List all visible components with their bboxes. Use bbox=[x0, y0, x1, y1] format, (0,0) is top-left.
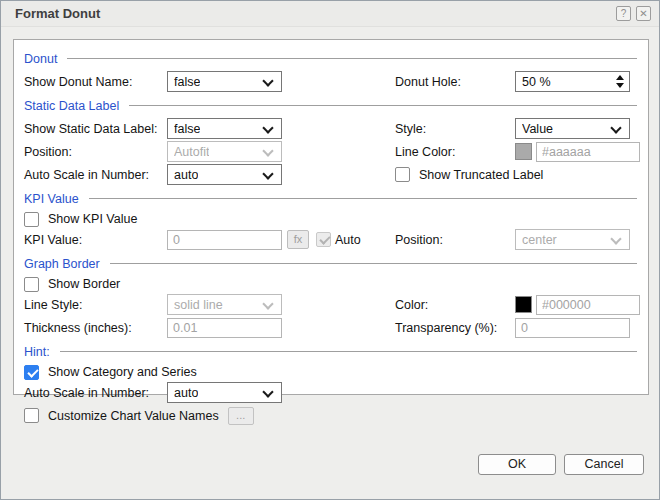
stepper-down-icon[interactable] bbox=[616, 83, 624, 88]
row-show-category-series: Show Category and Series bbox=[24, 363, 639, 381]
show-kpi-value-text: Show KPI Value bbox=[48, 212, 137, 226]
line-color-input bbox=[536, 142, 640, 162]
row-line-style: Line Style: solid line Color: bbox=[24, 293, 639, 316]
position-dropdown: Autofit bbox=[167, 141, 282, 162]
section-rule bbox=[89, 198, 637, 199]
style-value: Value bbox=[522, 122, 553, 136]
section-kpi-value-header: KPI Value bbox=[24, 190, 639, 207]
ok-button[interactable]: OK bbox=[478, 454, 556, 475]
auto-scale-label: Auto Scale in Number: bbox=[24, 168, 167, 182]
show-truncated-label-text: Show Truncated Label bbox=[419, 168, 543, 182]
transparency-input bbox=[515, 318, 630, 338]
hint-auto-scale-dropdown[interactable]: auto bbox=[167, 382, 282, 403]
show-donut-name-value: false bbox=[174, 75, 200, 89]
row-auto-scale-hint: Auto Scale in Number: auto bbox=[24, 381, 639, 404]
customize-names-checkbox[interactable] bbox=[24, 408, 39, 423]
section-static-data-label-title: Static Data Label bbox=[24, 99, 119, 113]
kpi-position-value: center bbox=[522, 233, 557, 247]
show-static-data-label-dropdown[interactable]: false bbox=[167, 118, 282, 139]
show-donut-name-dropdown[interactable]: false bbox=[167, 71, 282, 92]
chevron-down-icon bbox=[262, 168, 273, 179]
fx-formula-button: fx bbox=[287, 230, 309, 249]
kpi-position-dropdown: center bbox=[515, 229, 630, 250]
show-border-group: Show Border bbox=[24, 277, 120, 292]
show-truncated-label-group: Show Truncated Label bbox=[395, 167, 543, 182]
position-label: Position: bbox=[24, 145, 167, 159]
line-color-swatch bbox=[515, 143, 532, 160]
close-icon[interactable]: ✕ bbox=[636, 6, 651, 21]
section-donut-header: Donut bbox=[24, 50, 639, 67]
content-panel: Donut Show Donut Name: false Donut Hole:… bbox=[13, 39, 649, 395]
line-style-dropdown: solid line bbox=[167, 294, 282, 315]
row-position: Position: Autofit Line Color: bbox=[24, 140, 639, 163]
style-label: Style: bbox=[395, 122, 515, 136]
kpi-position-label: Position: bbox=[395, 233, 515, 247]
border-color-swatch bbox=[515, 296, 532, 313]
thickness-input bbox=[167, 318, 282, 338]
show-kpi-value-checkbox[interactable] bbox=[24, 212, 39, 227]
row-auto-scale-static: Auto Scale in Number: auto Show Truncate… bbox=[24, 163, 639, 186]
chevron-down-icon bbox=[262, 145, 273, 156]
kpi-value-input bbox=[167, 230, 282, 250]
position-value: Autofit bbox=[174, 145, 209, 159]
section-rule bbox=[67, 58, 637, 59]
section-kpi-value-title: KPI Value bbox=[24, 192, 79, 206]
help-icon[interactable]: ? bbox=[616, 6, 631, 21]
auto-scale-dropdown[interactable]: auto bbox=[167, 164, 282, 185]
line-color-label: Line Color: bbox=[395, 145, 515, 159]
customize-names-ellipsis-button: ... bbox=[228, 407, 254, 425]
row-kpi-value: KPI Value: fx Auto Position: center bbox=[24, 228, 639, 251]
show-category-series-text: Show Category and Series bbox=[48, 365, 197, 379]
chevron-down-icon bbox=[262, 298, 273, 309]
show-truncated-label-checkbox[interactable] bbox=[395, 167, 410, 182]
show-border-checkbox[interactable] bbox=[24, 277, 39, 292]
line-style-label: Line Style: bbox=[24, 298, 167, 312]
section-rule bbox=[110, 263, 637, 264]
section-graph-border-title: Graph Border bbox=[24, 257, 100, 271]
chevron-down-icon bbox=[262, 75, 273, 86]
hint-auto-scale-label: Auto Scale in Number: bbox=[24, 386, 167, 400]
donut-hole-label: Donut Hole: bbox=[395, 75, 515, 89]
format-donut-dialog: { "titlebar": { "title": "Format Donut",… bbox=[0, 0, 660, 500]
kpi-auto-checkbox bbox=[316, 232, 331, 247]
chevron-down-icon bbox=[610, 122, 621, 133]
stepper-up-icon[interactable] bbox=[616, 75, 624, 80]
customize-names-group: Customize Chart Value Names bbox=[24, 408, 219, 423]
row-show-kpi-value: Show KPI Value bbox=[24, 210, 639, 228]
row-show-donut-name: Show Donut Name: false Donut Hole: 50 % bbox=[24, 70, 639, 93]
row-show-static-data-label: Show Static Data Label: false Style: Val… bbox=[24, 117, 639, 140]
stepper-arrows bbox=[616, 75, 624, 88]
section-rule bbox=[129, 105, 637, 106]
cancel-button[interactable]: Cancel bbox=[564, 454, 644, 475]
section-graph-border-header: Graph Border bbox=[24, 255, 639, 272]
show-category-series-checkbox[interactable] bbox=[24, 365, 39, 380]
transparency-label: Transparency (%): bbox=[395, 321, 515, 335]
dialog-title: Format Donut bbox=[15, 6, 611, 21]
chevron-down-icon bbox=[610, 233, 621, 244]
row-show-border: Show Border bbox=[24, 275, 639, 293]
kpi-auto-text: Auto bbox=[335, 233, 361, 247]
border-color-label: Color: bbox=[395, 298, 515, 312]
chevron-down-icon bbox=[262, 386, 273, 397]
donut-hole-stepper[interactable]: 50 % bbox=[515, 71, 630, 92]
section-rule bbox=[60, 351, 637, 352]
thickness-label: Thickness (inches): bbox=[24, 321, 167, 335]
show-static-data-label-label: Show Static Data Label: bbox=[24, 122, 167, 136]
show-donut-name-label: Show Donut Name: bbox=[24, 75, 167, 89]
section-donut-title: Donut bbox=[24, 52, 57, 66]
chevron-down-icon bbox=[262, 122, 273, 133]
section-hint-header: Hint: bbox=[24, 343, 639, 360]
border-color-input bbox=[536, 295, 640, 315]
show-static-data-label-value: false bbox=[174, 122, 200, 136]
show-kpi-value-group: Show KPI Value bbox=[24, 212, 137, 227]
show-border-text: Show Border bbox=[48, 277, 120, 291]
style-dropdown[interactable]: Value bbox=[515, 118, 630, 139]
donut-hole-value: 50 % bbox=[522, 75, 551, 89]
customize-names-text: Customize Chart Value Names bbox=[48, 409, 219, 423]
titlebar: Format Donut ? ✕ bbox=[1, 1, 659, 27]
kpi-value-label: KPI Value: bbox=[24, 233, 167, 247]
show-category-series-group: Show Category and Series bbox=[24, 365, 197, 380]
section-static-data-label-header: Static Data Label bbox=[24, 97, 639, 114]
line-style-value: solid line bbox=[174, 298, 223, 312]
auto-scale-value: auto bbox=[174, 168, 198, 182]
